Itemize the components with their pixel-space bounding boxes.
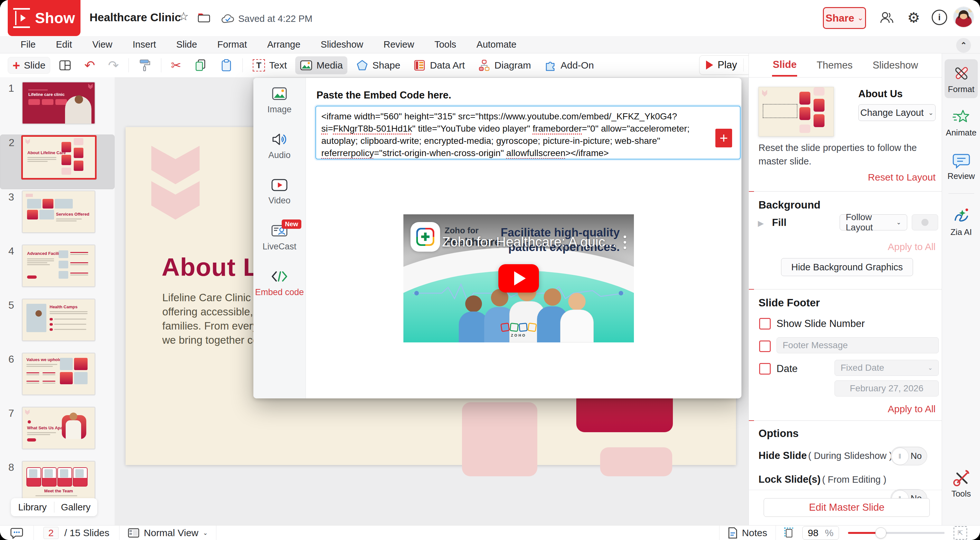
menu-item-view[interactable]: View — [92, 39, 112, 50]
add-embed-button[interactable]: + — [715, 129, 732, 148]
add-slide-button[interactable]: + Slide — [8, 57, 50, 74]
current-slide-input[interactable]: 2 — [43, 527, 59, 539]
favorite-star-icon[interactable]: ☆ — [178, 10, 189, 23]
background-heading: Background — [759, 199, 821, 211]
settings-gear-icon[interactable]: ⚙ — [905, 9, 922, 26]
folder-icon[interactable] — [198, 11, 210, 24]
info-icon[interactable]: i — [931, 9, 948, 26]
embed-code-textarea[interactable]: <iframe width="560" height="315" src="ht… — [315, 106, 741, 160]
text-button[interactable]: T Text — [248, 56, 291, 74]
media-option-livecast[interactable]: LiveCastNew — [253, 215, 305, 260]
data-art-button[interactable]: Data Art — [409, 56, 469, 74]
slide-thumbnail-8[interactable]: Meet the Team — [22, 461, 95, 503]
show-slide-number-checkbox[interactable] — [759, 318, 771, 330]
zoom-input[interactable]: 98 % — [802, 526, 839, 540]
panel-tab-themes[interactable]: Themes — [816, 55, 853, 76]
slide-thumbnail-3[interactable]: Services Offered — [22, 191, 95, 233]
menu-item-arrange[interactable]: Arrange — [267, 39, 301, 50]
menu-item-insert[interactable]: Insert — [133, 39, 156, 50]
hide-slide-toggle[interactable]: ‖No — [891, 447, 927, 465]
rail-format-button[interactable]: Format — [945, 59, 978, 98]
menu-item-file[interactable]: File — [21, 39, 36, 50]
hide-background-graphics-button[interactable]: Hide Background Graphics — [781, 258, 913, 276]
menu-item-automate[interactable]: Automate — [476, 39, 516, 50]
collapse-ribbon-button[interactable]: ⌃ — [956, 38, 971, 53]
edit-master-slide-button[interactable]: Edit Master Slide — [764, 498, 930, 517]
code-text: " title="YouTube video player" — [412, 124, 533, 133]
panel-tab-slideshow[interactable]: Slideshow — [872, 55, 918, 76]
menu-item-slide[interactable]: Slide — [177, 39, 197, 50]
layout-button[interactable] — [54, 56, 76, 74]
rail-zia-ai-button[interactable]: Zia AI — [945, 202, 978, 241]
shape-button[interactable]: Shape — [351, 56, 405, 74]
panel-tabs: SlideThemesSlideshow — [749, 53, 942, 78]
media-option-video[interactable]: Video — [253, 169, 305, 215]
view-mode-select[interactable]: Normal View ⌄ — [119, 527, 216, 538]
video-title-overlay: Zoho for Healthcare: A quic... — [442, 234, 622, 250]
slide-thumbnail-2[interactable]: About Lifeline Care — [21, 135, 97, 179]
fit-slide-button[interactable] — [776, 527, 802, 539]
apply-to-all-footer-link[interactable]: Apply to All — [749, 403, 935, 415]
fill-expand-arrow[interactable]: ▶ — [758, 219, 764, 228]
selection-zoom-icon[interactable]: ⇱ — [954, 526, 967, 540]
video-more-menu-icon[interactable] — [624, 235, 626, 249]
library-button[interactable]: Library — [11, 502, 54, 513]
media-option-label: Audio — [268, 150, 290, 160]
slide-thumbnail-6[interactable]: Values we uphold — [22, 353, 95, 395]
media-option-label: Video — [269, 196, 291, 206]
redo-button[interactable]: ↷ — [103, 56, 124, 75]
slide-thumbnail-5[interactable]: Health Camps — [22, 299, 95, 341]
media-option-audio[interactable]: Audio — [253, 124, 305, 169]
menu-item-tools[interactable]: Tools — [434, 39, 456, 50]
embed-code-icon — [271, 270, 288, 284]
menu-item-edit[interactable]: Edit — [56, 39, 72, 50]
lock-slide-label: Lock Slide(s) ( From Editing ) — [759, 474, 886, 485]
panel-tab-slide[interactable]: Slide — [772, 54, 797, 76]
zia-ai-icon — [953, 207, 970, 225]
gallery-button[interactable]: Gallery — [54, 502, 97, 513]
thumbnail-row-6: 6 Values we uphold — [0, 351, 115, 405]
document-title[interactable]: Healthcare Clinic — [89, 11, 181, 24]
user-avatar[interactable] — [954, 7, 974, 27]
comments-button[interactable] — [0, 527, 33, 539]
rail-tools-button[interactable]: Tools — [945, 464, 978, 503]
collaborators-icon[interactable] — [878, 9, 895, 26]
footer-message-input[interactable]: Footer Message — [776, 337, 939, 353]
chevron-down-icon: ⌄ — [928, 364, 933, 372]
zoom-slider-knob[interactable] — [875, 527, 886, 538]
show-logo[interactable]: Show — [8, 0, 81, 36]
zoom-slider[interactable] — [848, 532, 945, 534]
rail-animate-button[interactable]: Animate — [945, 104, 978, 141]
current-layout-thumbnail[interactable] — [759, 87, 834, 137]
undo-button[interactable]: ↶ — [80, 56, 100, 75]
reset-to-layout-link[interactable]: Reset to Layout — [749, 172, 935, 183]
review-comment-icon — [953, 152, 970, 168]
paste-button[interactable] — [215, 56, 237, 74]
person-figure — [560, 292, 593, 342]
change-layout-button[interactable]: Change Layout⌄ — [858, 104, 935, 121]
date-checkbox[interactable] — [759, 363, 771, 375]
menu-item-slideshow[interactable]: Slideshow — [321, 39, 363, 50]
rail-review-button[interactable]: Review — [945, 148, 978, 185]
media-icon — [300, 59, 313, 72]
menu-item-review[interactable]: Review — [383, 39, 414, 50]
slide-thumbnail-7[interactable]: What Sets Us Apart — [22, 407, 95, 449]
menu-item-format[interactable]: Format — [217, 39, 247, 50]
notes-button[interactable]: Notes — [719, 527, 776, 539]
cut-button[interactable]: ✂ — [167, 56, 186, 75]
slide-thumbnail-4[interactable]: Advanced Facilities — [22, 245, 95, 287]
slide-thumbnail-1[interactable]: Lifeline care clinic — [22, 82, 95, 124]
video-preview[interactable]: ✚ Zoho for Healthcare Facilitate high-qu… — [403, 214, 634, 342]
footer-message-checkbox[interactable] — [759, 340, 771, 352]
media-button[interactable]: Media — [295, 56, 347, 74]
media-option-embed-code[interactable]: Embed code — [253, 260, 305, 307]
youtube-play-button[interactable] — [498, 264, 539, 292]
media-option-image[interactable]: Image — [253, 78, 305, 124]
diagram-button[interactable]: Diagram — [473, 56, 535, 74]
format-painter-button[interactable] — [134, 56, 156, 74]
share-button[interactable]: Share⌄ — [823, 7, 866, 29]
copy-button[interactable] — [189, 56, 212, 74]
fill-mode-select[interactable]: Follow Layout⌄ — [840, 214, 907, 230]
addon-button[interactable]: Add-On — [539, 56, 598, 74]
zoho-brand-mark: ZOHO — [501, 323, 537, 337]
